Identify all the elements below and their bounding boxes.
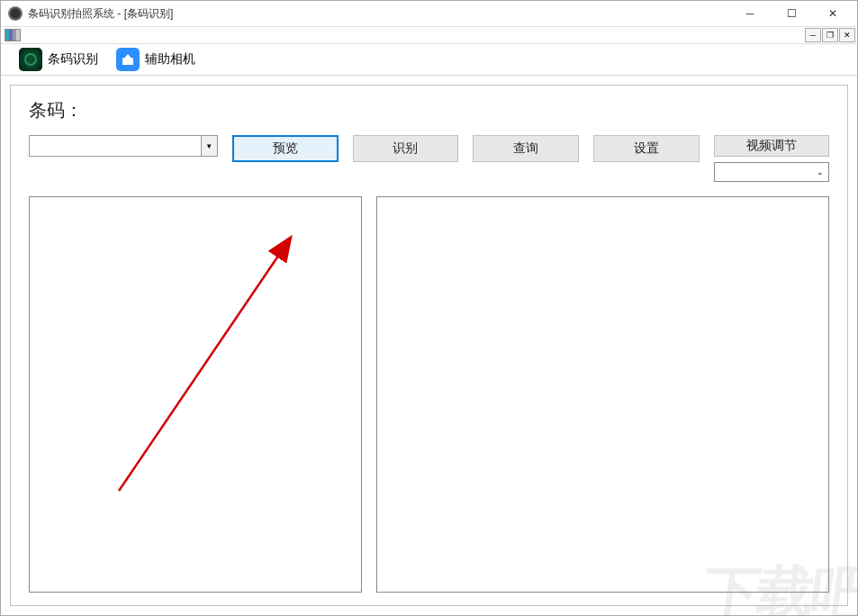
recognize-button[interactable]: 识别 [353, 135, 459, 162]
right-panel [376, 196, 829, 593]
maximize-button[interactable]: ☐ [771, 1, 812, 26]
barcode-icon [19, 48, 42, 71]
app-window: 条码识别拍照系统 - [条码识别] ─ ☐ ✕ ─ ❐ ✕ 条码识别 辅助相机 … [0, 0, 858, 616]
barcode-combo[interactable]: ▼ [29, 135, 218, 157]
window-controls: ─ ☐ ✕ [729, 1, 853, 26]
inner-panel: 条码： ▼ 预览 识别 查询 设置 视频调节 ⌄ [10, 85, 848, 606]
video-adjust-button[interactable]: 视频调节 [714, 135, 829, 157]
controls-row: ▼ 预览 识别 查询 设置 视频调节 ⌄ [29, 135, 829, 182]
settings-button[interactable]: 设置 [593, 135, 700, 162]
query-button[interactable]: 查询 [473, 135, 579, 162]
chevron-down-icon[interactable]: ⌄ [812, 168, 828, 177]
tab-camera-label: 辅助相机 [145, 51, 195, 68]
right-controls: 视频调节 ⌄ [714, 135, 829, 182]
tabbar: 条码识别 辅助相机 [1, 44, 857, 76]
barcode-input[interactable] [30, 136, 201, 156]
preview-button[interactable]: 预览 [232, 135, 339, 162]
close-button[interactable]: ✕ [812, 1, 853, 26]
video-select[interactable]: ⌄ [714, 162, 829, 182]
tab-camera[interactable]: 辅助相机 [109, 44, 203, 75]
mdi-restore-button[interactable]: ❐ [822, 28, 838, 42]
minimize-button[interactable]: ─ [729, 1, 771, 26]
mdi-bar: ─ ❐ ✕ [1, 27, 857, 44]
panels-row [29, 196, 829, 593]
titlebar[interactable]: 条码识别拍照系统 - [条码识别] ─ ☐ ✕ [1, 1, 857, 27]
content-area: 条码： ▼ 预览 识别 查询 设置 视频调节 ⌄ [1, 76, 857, 615]
app-icon [8, 6, 23, 21]
window-title: 条码识别拍照系统 - [条码识别] [28, 6, 729, 22]
left-panel [29, 196, 362, 593]
mdi-close-button[interactable]: ✕ [839, 28, 855, 42]
tab-barcode-label: 条码识别 [48, 51, 98, 68]
camera-icon [116, 48, 140, 71]
combo-dropdown-button[interactable]: ▼ [201, 136, 217, 156]
barcode-label: 条码： [29, 98, 829, 122]
tab-barcode[interactable]: 条码识别 [12, 44, 105, 75]
mdi-minimize-button[interactable]: ─ [805, 28, 821, 42]
mdi-controls: ─ ❐ ✕ [805, 28, 855, 42]
mdi-doc-icon[interactable] [5, 29, 21, 41]
